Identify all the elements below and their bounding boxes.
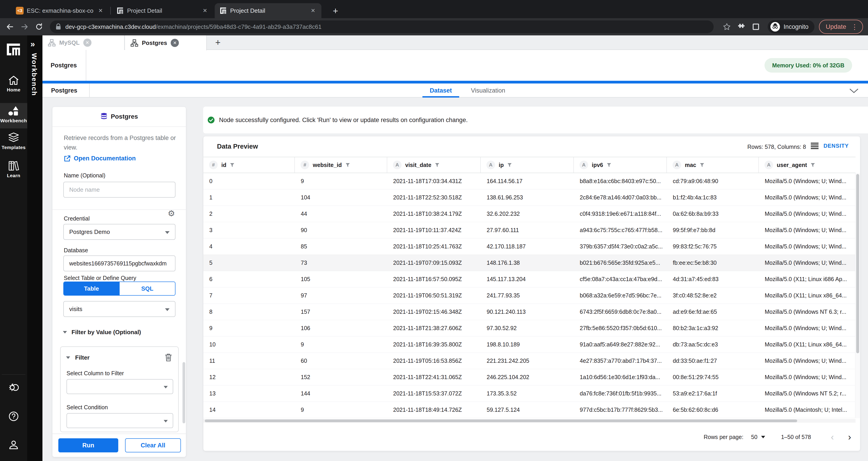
sidebar-item-learn[interactable]: Learn <box>0 161 27 185</box>
data-preview-title: Data Preview <box>217 143 258 150</box>
cell-ipv6: 4e27:8357:a770:abd7:17b4:37... <box>574 358 667 364</box>
previous-page-icon[interactable]: ‹ <box>826 431 839 443</box>
table-row: 2442021-11-18T10:38:24.179Z32.6.202.232c… <box>204 206 856 222</box>
forward-icon[interactable] <box>17 20 32 34</box>
open-documentation-link[interactable]: Open Documentation <box>64 155 136 162</box>
node-name-input[interactable]: Node name <box>63 182 176 198</box>
clear-all-button[interactable]: Clear All <box>125 438 181 452</box>
bookmark-star-icon[interactable] <box>719 20 734 34</box>
panel-scrollbar[interactable] <box>183 362 185 423</box>
rows-per-page-select[interactable]: 50 <box>751 434 765 440</box>
table-select[interactable]: visits <box>63 301 176 317</box>
browser-menu-icon[interactable]: ⋮ <box>851 23 858 31</box>
cell-id: 2 <box>204 210 295 217</box>
run-button[interactable]: Run <box>58 438 118 452</box>
table-horizontal-scrollbar[interactable] <box>204 419 856 423</box>
filter-funnel-icon[interactable] <box>507 163 512 167</box>
sidebar-help-button[interactable] <box>0 411 27 425</box>
column-header-visit_date[interactable]: Avisit_date <box>387 157 481 173</box>
tab-close-icon[interactable]: ✕ <box>309 7 317 14</box>
filter-funnel-icon[interactable] <box>811 163 815 167</box>
update-button[interactable]: Update ⋮ <box>819 20 863 34</box>
column-header-user_agent[interactable]: Auser_agent <box>759 157 856 173</box>
credential-gear-icon[interactable]: ⚙ <box>167 209 176 218</box>
column-header-ipv6[interactable]: Aipv6 <box>574 157 667 173</box>
column-name: visit_date <box>405 162 431 168</box>
scrollbar-thumb[interactable] <box>205 420 797 422</box>
filter-card-header[interactable]: Filter <box>66 354 90 361</box>
extensions-icon[interactable] <box>734 20 749 34</box>
add-workbench-tab-button[interactable]: + <box>212 37 224 48</box>
sidebar-item-workbench[interactable]: Workbench <box>0 103 27 128</box>
next-page-icon[interactable]: › <box>843 431 856 443</box>
column-header-website_id[interactable]: #website_id <box>295 157 387 173</box>
scrollbar-thumb[interactable] <box>856 174 859 353</box>
filter-funnel-icon[interactable] <box>345 163 350 167</box>
sidebar-item-templates[interactable]: Templates <box>0 132 27 157</box>
filter-funnel-icon[interactable] <box>700 163 704 167</box>
new-tab-button[interactable]: + <box>330 5 341 17</box>
node-config-panel: Postgres Retrieve records from a Postgre… <box>52 107 186 457</box>
column-header-mac[interactable]: Amac <box>667 157 759 173</box>
toggle-sql-button[interactable]: SQL <box>119 282 175 295</box>
close-tab-icon[interactable]: ✕ <box>83 39 91 47</box>
workbench-tab-label: Postgres <box>142 39 167 46</box>
workbench-tab-mysql[interactable]: MySQL ✕ <box>42 35 125 50</box>
cell-user_agent: Mozilla/5.0 (Windows NT 6.3; r... <box>759 308 856 315</box>
cell-user_agent: Mozilla/5.0 (Windows; U; Wind... <box>759 358 856 364</box>
filter-column-select[interactable] <box>66 379 173 394</box>
workbench-vertical-label: Workbench <box>30 53 38 96</box>
tab-close-icon[interactable]: ✕ <box>97 7 104 14</box>
column-type-icon: A <box>673 161 681 169</box>
filter-by-value-section[interactable]: Filter by Value (Optional) <box>63 329 141 336</box>
delete-filter-icon[interactable] <box>164 353 172 362</box>
cell-mac: 6e:5b:62:60:8c:d6 <box>667 406 759 413</box>
browser-tab-2[interactable]: Project Detail ✕ <box>112 3 213 18</box>
browser-tab-3-active[interactable]: Project Detail ✕ <box>215 3 321 18</box>
credential-select[interactable]: Postgres Demo <box>63 224 176 240</box>
cell-user_agent: Mozilla/5.0 (Windows; U; Wind... <box>759 260 856 266</box>
toggle-table-button[interactable]: Table <box>64 282 119 295</box>
filter-funnel-icon[interactable] <box>230 163 235 167</box>
tab-dataset[interactable]: Dataset <box>427 84 454 98</box>
cell-visit_date: 2021-11-18T22:52:30.518Z <box>387 194 481 201</box>
sidebar-theme-button[interactable] <box>0 383 27 396</box>
column-header-ip[interactable]: Aip <box>481 157 574 173</box>
doc-link-label: Open Documentation <box>74 155 136 162</box>
browser-tab-1[interactable]: <3 ESC: exmachina-sbox-console ✕ <box>11 3 109 18</box>
side-panel-icon[interactable] <box>749 20 763 34</box>
sidebar-item-home[interactable]: Home <box>0 75 27 99</box>
column-header-id[interactable]: #id <box>204 157 295 173</box>
back-icon[interactable] <box>3 20 17 34</box>
cell-user_agent: Mozilla/5.0 (X11; Linux i686 Ap... <box>759 276 856 283</box>
sidebar-account-button[interactable] <box>0 440 27 453</box>
filter-condition-select[interactable] <box>66 413 173 428</box>
cell-mac: 80:b2:3a:1c:a3:92 <box>667 325 759 331</box>
url-bar[interactable]: dev-gcp-c3exmachina.c3dev.cloud/exmachin… <box>50 21 714 33</box>
tab-visualization[interactable]: Visualization <box>469 84 507 98</box>
cell-mac: 53:a9:e2:17:6a:1f <box>667 390 759 397</box>
tab-close-icon[interactable]: ✕ <box>201 7 209 14</box>
cell-mac: ad:e9:6e:fd:ae:65 <box>667 308 759 315</box>
status-message: Node successfully configured. Click 'Run… <box>219 117 468 124</box>
incognito-label: Incognito <box>783 23 809 30</box>
filter-funnel-icon[interactable] <box>607 163 611 167</box>
cell-ip: 221.231.242.205 <box>481 358 574 364</box>
reload-icon[interactable] <box>32 20 46 34</box>
density-button[interactable]: DENSITY <box>811 143 849 149</box>
database-input[interactable]: websites1669735769115pgbcfwaxkdm <box>63 256 176 271</box>
cell-user_agent: Mozilla/5.0 (Windows; U; Wind... <box>759 227 856 233</box>
workbench-tab-postgres[interactable]: Postgres ✕ <box>125 35 207 51</box>
cell-visit_date: 2021-11-18T17:03:34.431Z <box>387 178 481 185</box>
expand-panel-icon[interactable]: » <box>30 39 35 49</box>
cell-website_id: 73 <box>295 260 387 266</box>
close-tab-icon[interactable]: ✕ <box>171 39 179 47</box>
cell-website_id: 157 <box>295 308 387 315</box>
cell-mac: db:73:aa:5c:dc:e3 <box>667 341 759 348</box>
table-vertical-scrollbar[interactable] <box>855 173 860 418</box>
node-tab-postgres[interactable]: Postgres <box>42 50 86 81</box>
filter-card: Filter Select Column to Filter Select Co… <box>60 347 179 432</box>
rows-columns-meta: Rows: 578, Columns: 8 <box>747 143 806 150</box>
chevron-down-icon[interactable] <box>847 86 860 95</box>
filter-funnel-icon[interactable] <box>435 163 439 167</box>
